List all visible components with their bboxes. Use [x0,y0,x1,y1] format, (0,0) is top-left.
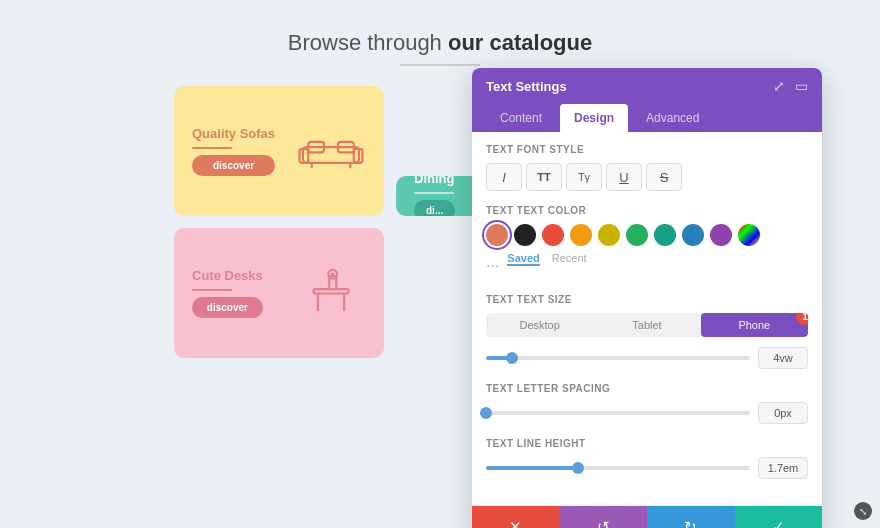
text-settings-panel: Text Settings ⤢ ▭ Content Design Advance… [472,68,822,528]
size-tab-tablet[interactable]: Tablet [593,313,700,337]
discover-sofas-button[interactable]: discover [192,155,275,176]
color-swatch-purple[interactable] [710,224,732,246]
line-height-slider-fill [486,466,578,470]
underline-button[interactable]: U [606,163,642,191]
line-height-label: Text Line Height [486,438,808,449]
card-sofas: Quality Sofas discover [174,86,384,216]
size-tabs: Desktop Tablet Phone 1 [486,313,808,337]
color-tab-saved[interactable]: Saved [507,252,539,266]
text-color-section: Text Text Color ··· Saved Recent [486,205,808,280]
color-swatch-blue[interactable] [682,224,704,246]
size-tab-desktop[interactable]: Desktop [486,313,593,337]
text-size-slider-fill [486,356,512,360]
panel-header: Text Settings ⤢ ▭ [472,68,822,104]
panel-title: Text Settings [486,79,567,94]
svg-rect-0 [303,147,359,163]
panel-body: Text Font Style I TT Tγ U S Text Text Co… [472,132,822,505]
letter-spacing-section: Text Letter Spacing 0px [486,383,808,424]
color-more-icon[interactable]: ··· [486,257,499,275]
color-swatch-red[interactable] [542,224,564,246]
card-dining-label: Dining [414,176,455,186]
color-picker-swatch[interactable] [738,224,760,246]
tab-content[interactable]: Content [486,104,556,132]
line-height-slider-thumb[interactable] [572,462,584,474]
strikethrough-button[interactable]: S [646,163,682,191]
card-desks: Cute Desks discover [174,228,384,358]
smallcaps-button[interactable]: Tγ [566,163,602,191]
tab-advanced[interactable]: Advanced [632,104,713,132]
card-desks-label: Cute Desks [192,268,263,283]
color-swatches [486,224,808,246]
text-color-label: Text Text Color [486,205,808,216]
line-height-slider-track[interactable] [486,466,750,470]
card-dining-divider [414,192,454,194]
letter-spacing-slider-row: 0px [486,402,808,424]
discover-dining-button[interactable]: di... [414,200,455,216]
panel-footer: ✕ ↺ ↻ ✓ [472,505,822,528]
italic-button[interactable]: I [486,163,522,191]
text-size-value[interactable]: 4vw [758,347,808,369]
text-size-label: Text Text Size [486,294,808,305]
color-swatch-teal[interactable] [654,224,676,246]
tab-design[interactable]: Design [560,104,628,132]
line-height-slider-row: 1.7em [486,457,808,479]
sofa-icon [296,129,366,174]
undo-button[interactable]: ↺ [560,506,648,528]
text-size-slider-row: 4vw [486,347,808,369]
card-sofas-label: Quality Sofas [192,126,275,141]
letter-spacing-slider-track[interactable] [486,411,750,415]
notification-badge: 1 [796,313,808,325]
letter-spacing-slider-thumb[interactable] [480,407,492,419]
resize-icon[interactable]: ⤢ [773,78,785,94]
line-height-value[interactable]: 1.7em [758,457,808,479]
drag-resize-corner[interactable]: ⤡ [854,502,872,520]
color-swatch-black[interactable] [514,224,536,246]
svg-point-17 [331,272,335,276]
text-size-slider-track[interactable] [486,356,750,360]
color-tab-recent[interactable]: Recent [552,252,587,266]
font-style-buttons: I TT Tγ U S [486,163,808,191]
color-swatch-green[interactable] [626,224,648,246]
desk-icon [296,266,366,321]
title-divider [400,64,480,66]
page-title: Browse through our catalogue [288,30,592,56]
color-swatch-orange2[interactable] [570,224,592,246]
letter-spacing-label: Text Letter Spacing [486,383,808,394]
bold-button[interactable]: TT [526,163,562,191]
color-swatch-yellow[interactable] [598,224,620,246]
color-swatch-orange[interactable] [486,224,508,246]
cancel-button[interactable]: ✕ [472,506,560,528]
text-size-section: Text Text Size Desktop Tablet Phone 1 [486,294,808,369]
letter-spacing-value[interactable]: 0px [758,402,808,424]
color-tabs: Saved Recent [507,252,586,266]
redo-button[interactable]: ↻ [647,506,735,528]
card-sofas-divider [192,147,232,149]
collapse-icon[interactable]: ▭ [795,78,808,94]
save-button[interactable]: ✓ [735,506,823,528]
text-size-slider-thumb[interactable] [506,352,518,364]
line-height-section: Text Line Height 1.7em [486,438,808,479]
font-style-label: Text Font Style [486,144,808,155]
card-desks-divider [192,289,232,291]
panel-tabs: Content Design Advanced [472,104,822,132]
size-tab-phone[interactable]: Phone 1 [701,313,808,337]
panel-header-icons: ⤢ ▭ [773,78,808,94]
discover-desks-button[interactable]: discover [192,297,263,318]
font-style-section: Text Font Style I TT Tγ U S [486,144,808,191]
